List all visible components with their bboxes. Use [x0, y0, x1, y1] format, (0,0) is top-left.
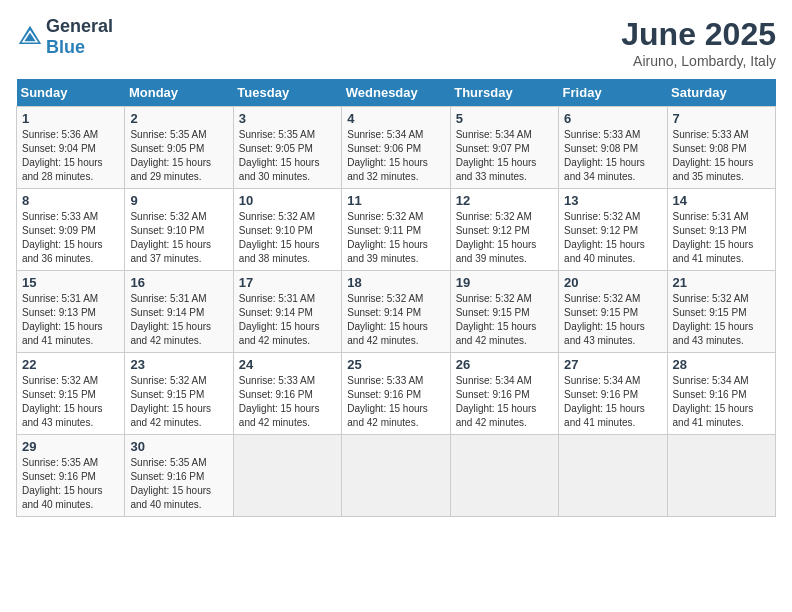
day-number: 23 [130, 357, 227, 372]
day-number: 28 [673, 357, 770, 372]
calendar-cell: 14Sunrise: 5:31 AM Sunset: 9:13 PM Dayli… [667, 189, 775, 271]
day-number: 13 [564, 193, 661, 208]
calendar-cell: 16Sunrise: 5:31 AM Sunset: 9:14 PM Dayli… [125, 271, 233, 353]
day-info: Sunrise: 5:33 AM Sunset: 9:08 PM Dayligh… [673, 128, 770, 184]
day-info: Sunrise: 5:36 AM Sunset: 9:04 PM Dayligh… [22, 128, 119, 184]
calendar-cell: 18Sunrise: 5:32 AM Sunset: 9:14 PM Dayli… [342, 271, 450, 353]
day-info: Sunrise: 5:33 AM Sunset: 9:16 PM Dayligh… [347, 374, 444, 430]
calendar-cell: 2Sunrise: 5:35 AM Sunset: 9:05 PM Daylig… [125, 107, 233, 189]
calendar-cell: 8Sunrise: 5:33 AM Sunset: 9:09 PM Daylig… [17, 189, 125, 271]
calendar-cell: 11Sunrise: 5:32 AM Sunset: 9:11 PM Dayli… [342, 189, 450, 271]
day-info: Sunrise: 5:34 AM Sunset: 9:16 PM Dayligh… [673, 374, 770, 430]
calendar-cell: 28Sunrise: 5:34 AM Sunset: 9:16 PM Dayli… [667, 353, 775, 435]
calendar-cell: 9Sunrise: 5:32 AM Sunset: 9:10 PM Daylig… [125, 189, 233, 271]
day-info: Sunrise: 5:32 AM Sunset: 9:15 PM Dayligh… [130, 374, 227, 430]
day-number: 8 [22, 193, 119, 208]
day-info: Sunrise: 5:32 AM Sunset: 9:12 PM Dayligh… [456, 210, 553, 266]
calendar-cell: 13Sunrise: 5:32 AM Sunset: 9:12 PM Dayli… [559, 189, 667, 271]
day-info: Sunrise: 5:35 AM Sunset: 9:16 PM Dayligh… [130, 456, 227, 512]
day-info: Sunrise: 5:31 AM Sunset: 9:13 PM Dayligh… [673, 210, 770, 266]
logo-blue: Blue [46, 37, 85, 57]
day-number: 3 [239, 111, 336, 126]
day-number: 22 [22, 357, 119, 372]
logo: General Blue [16, 16, 113, 58]
calendar-cell: 15Sunrise: 5:31 AM Sunset: 9:13 PM Dayli… [17, 271, 125, 353]
title-area: June 2025 Airuno, Lombardy, Italy [621, 16, 776, 69]
calendar-cell: 27Sunrise: 5:34 AM Sunset: 9:16 PM Dayli… [559, 353, 667, 435]
header-day-friday: Friday [559, 79, 667, 107]
day-info: Sunrise: 5:35 AM Sunset: 9:05 PM Dayligh… [130, 128, 227, 184]
calendar-cell: 5Sunrise: 5:34 AM Sunset: 9:07 PM Daylig… [450, 107, 558, 189]
day-info: Sunrise: 5:32 AM Sunset: 9:10 PM Dayligh… [130, 210, 227, 266]
day-number: 2 [130, 111, 227, 126]
day-info: Sunrise: 5:32 AM Sunset: 9:12 PM Dayligh… [564, 210, 661, 266]
calendar-week-row: 29Sunrise: 5:35 AM Sunset: 9:16 PM Dayli… [17, 435, 776, 517]
day-info: Sunrise: 5:34 AM Sunset: 9:16 PM Dayligh… [564, 374, 661, 430]
day-number: 21 [673, 275, 770, 290]
calendar-cell: 10Sunrise: 5:32 AM Sunset: 9:10 PM Dayli… [233, 189, 341, 271]
calendar-cell: 23Sunrise: 5:32 AM Sunset: 9:15 PM Dayli… [125, 353, 233, 435]
day-number: 5 [456, 111, 553, 126]
logo-general: General [46, 16, 113, 36]
calendar-cell [559, 435, 667, 517]
header-day-tuesday: Tuesday [233, 79, 341, 107]
day-number: 12 [456, 193, 553, 208]
calendar-cell [667, 435, 775, 517]
day-number: 16 [130, 275, 227, 290]
calendar-cell: 4Sunrise: 5:34 AM Sunset: 9:06 PM Daylig… [342, 107, 450, 189]
day-info: Sunrise: 5:32 AM Sunset: 9:15 PM Dayligh… [22, 374, 119, 430]
day-info: Sunrise: 5:33 AM Sunset: 9:09 PM Dayligh… [22, 210, 119, 266]
day-number: 10 [239, 193, 336, 208]
header-day-wednesday: Wednesday [342, 79, 450, 107]
day-info: Sunrise: 5:31 AM Sunset: 9:14 PM Dayligh… [239, 292, 336, 348]
header-day-thursday: Thursday [450, 79, 558, 107]
day-number: 20 [564, 275, 661, 290]
day-info: Sunrise: 5:32 AM Sunset: 9:14 PM Dayligh… [347, 292, 444, 348]
calendar-cell: 20Sunrise: 5:32 AM Sunset: 9:15 PM Dayli… [559, 271, 667, 353]
day-info: Sunrise: 5:32 AM Sunset: 9:15 PM Dayligh… [456, 292, 553, 348]
calendar-cell: 7Sunrise: 5:33 AM Sunset: 9:08 PM Daylig… [667, 107, 775, 189]
calendar-cell: 21Sunrise: 5:32 AM Sunset: 9:15 PM Dayli… [667, 271, 775, 353]
calendar-cell: 1Sunrise: 5:36 AM Sunset: 9:04 PM Daylig… [17, 107, 125, 189]
day-number: 25 [347, 357, 444, 372]
day-number: 14 [673, 193, 770, 208]
day-number: 1 [22, 111, 119, 126]
day-info: Sunrise: 5:35 AM Sunset: 9:05 PM Dayligh… [239, 128, 336, 184]
calendar-week-row: 8Sunrise: 5:33 AM Sunset: 9:09 PM Daylig… [17, 189, 776, 271]
header-day-monday: Monday [125, 79, 233, 107]
day-number: 15 [22, 275, 119, 290]
calendar-cell: 24Sunrise: 5:33 AM Sunset: 9:16 PM Dayli… [233, 353, 341, 435]
day-number: 24 [239, 357, 336, 372]
calendar-table: SundayMondayTuesdayWednesdayThursdayFrid… [16, 79, 776, 517]
day-number: 18 [347, 275, 444, 290]
calendar-week-row: 15Sunrise: 5:31 AM Sunset: 9:13 PM Dayli… [17, 271, 776, 353]
day-info: Sunrise: 5:31 AM Sunset: 9:13 PM Dayligh… [22, 292, 119, 348]
location-title: Airuno, Lombardy, Italy [621, 53, 776, 69]
calendar-cell: 29Sunrise: 5:35 AM Sunset: 9:16 PM Dayli… [17, 435, 125, 517]
calendar-cell: 30Sunrise: 5:35 AM Sunset: 9:16 PM Dayli… [125, 435, 233, 517]
calendar-week-row: 22Sunrise: 5:32 AM Sunset: 9:15 PM Dayli… [17, 353, 776, 435]
day-info: Sunrise: 5:32 AM Sunset: 9:15 PM Dayligh… [673, 292, 770, 348]
day-info: Sunrise: 5:32 AM Sunset: 9:15 PM Dayligh… [564, 292, 661, 348]
day-info: Sunrise: 5:34 AM Sunset: 9:07 PM Dayligh… [456, 128, 553, 184]
day-number: 27 [564, 357, 661, 372]
day-number: 26 [456, 357, 553, 372]
month-title: June 2025 [621, 16, 776, 53]
day-number: 9 [130, 193, 227, 208]
calendar-cell: 6Sunrise: 5:33 AM Sunset: 9:08 PM Daylig… [559, 107, 667, 189]
calendar-cell: 25Sunrise: 5:33 AM Sunset: 9:16 PM Dayli… [342, 353, 450, 435]
day-number: 19 [456, 275, 553, 290]
day-info: Sunrise: 5:33 AM Sunset: 9:16 PM Dayligh… [239, 374, 336, 430]
day-info: Sunrise: 5:32 AM Sunset: 9:10 PM Dayligh… [239, 210, 336, 266]
day-number: 6 [564, 111, 661, 126]
header: General Blue June 2025 Airuno, Lombardy,… [16, 16, 776, 69]
logo-icon [16, 23, 44, 51]
day-number: 30 [130, 439, 227, 454]
calendar-cell [233, 435, 341, 517]
calendar-body: 1Sunrise: 5:36 AM Sunset: 9:04 PM Daylig… [17, 107, 776, 517]
calendar-week-row: 1Sunrise: 5:36 AM Sunset: 9:04 PM Daylig… [17, 107, 776, 189]
calendar-cell: 3Sunrise: 5:35 AM Sunset: 9:05 PM Daylig… [233, 107, 341, 189]
day-info: Sunrise: 5:34 AM Sunset: 9:16 PM Dayligh… [456, 374, 553, 430]
day-info: Sunrise: 5:34 AM Sunset: 9:06 PM Dayligh… [347, 128, 444, 184]
calendar-cell: 19Sunrise: 5:32 AM Sunset: 9:15 PM Dayli… [450, 271, 558, 353]
